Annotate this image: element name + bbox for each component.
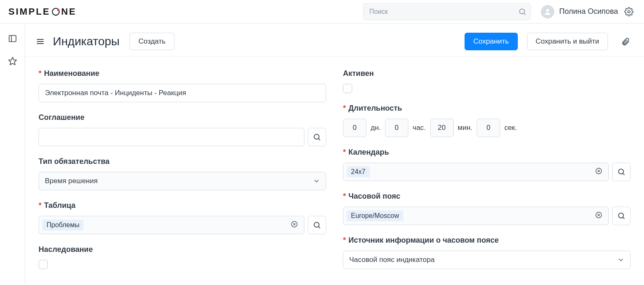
calendar-clear-icon[interactable] <box>595 167 604 176</box>
inheritance-checkbox[interactable] <box>39 260 48 269</box>
commitment-type-label: Тип обязательства <box>39 157 109 166</box>
agreement-input[interactable] <box>39 128 304 146</box>
calendar-chip: 24x7 <box>347 166 370 177</box>
svg-line-3 <box>524 13 526 15</box>
svg-line-13 <box>319 139 320 140</box>
duration-minutes[interactable] <box>430 119 454 137</box>
field-name: *Наименование <box>39 69 326 102</box>
logo: SIMPLE NE <box>8 6 76 17</box>
duration-hours-unit: час. <box>413 124 426 132</box>
field-tz-source: *Источник информации о часовом поясе Час… <box>343 236 631 269</box>
timezone-label: Часовой пояс <box>348 192 400 201</box>
field-timezone: *Часовой пояс Europe/Moscow <box>343 192 631 225</box>
svg-point-2 <box>519 9 525 14</box>
active-checkbox[interactable] <box>343 84 352 93</box>
svg-point-27 <box>618 213 623 218</box>
chevron-down-icon <box>617 256 625 264</box>
create-button[interactable]: Создать <box>130 33 174 50</box>
timezone-lookup-button[interactable] <box>612 207 631 225</box>
chevron-down-icon <box>313 177 320 185</box>
timezone-input[interactable]: Europe/Moscow <box>343 207 609 225</box>
panel-icon[interactable] <box>8 34 18 44</box>
timezone-clear-icon[interactable] <box>595 211 604 220</box>
calendar-lookup-button[interactable] <box>612 163 631 181</box>
avatar <box>541 5 554 18</box>
svg-marker-8 <box>8 57 16 65</box>
left-rail <box>0 23 25 285</box>
form: *Наименование Соглашение Тип обязательст… <box>25 57 644 285</box>
commitment-type-select[interactable]: Время решения <box>39 172 326 190</box>
page-header: Индикаторы Создать Сохранить Сохранить и… <box>25 23 644 57</box>
duration-hours[interactable] <box>385 119 408 137</box>
save-button[interactable]: Сохранить <box>465 33 517 50</box>
field-commitment-type: Тип обязательства Время решения <box>39 157 326 190</box>
duration-minutes-unit: мин. <box>458 124 473 132</box>
svg-line-23 <box>623 174 625 175</box>
field-duration: *Длительность дн. час. мин. сек. <box>343 104 631 137</box>
svg-rect-6 <box>9 36 16 42</box>
tz-source-select[interactable]: Часовой пояс индикатора <box>343 251 631 269</box>
tz-source-label: Источник информации о часовом поясе <box>348 236 499 245</box>
global-search[interactable] <box>363 3 531 20</box>
active-label: Активен <box>343 69 374 78</box>
duration-label: Длительность <box>348 104 402 113</box>
timezone-chip: Europe/Moscow <box>347 210 403 221</box>
table-clear-icon[interactable] <box>291 220 300 230</box>
commitment-type-value: Время решения <box>45 177 98 185</box>
logo-circle-icon <box>51 7 61 17</box>
table-lookup-button[interactable] <box>308 216 326 234</box>
field-active: Активен <box>343 69 631 93</box>
field-agreement: Соглашение <box>39 113 326 146</box>
calendar-input[interactable]: 24x7 <box>343 163 609 181</box>
table-input[interactable]: Проблемы <box>39 216 304 234</box>
svg-point-12 <box>314 134 319 139</box>
inheritance-label: Наследование <box>39 245 93 254</box>
svg-point-5 <box>628 10 630 13</box>
form-right-column: Активен *Длительность дн. час. мин. сек. <box>343 69 631 269</box>
user-name: Полина Осипова <box>559 7 618 16</box>
agreement-lookup-button[interactable] <box>308 128 326 146</box>
form-left-column: *Наименование Соглашение Тип обязательст… <box>39 69 326 269</box>
field-calendar: *Календарь 24x7 <box>343 148 631 181</box>
duration-seconds[interactable] <box>477 119 500 137</box>
search-icon[interactable] <box>517 6 528 18</box>
star-icon[interactable] <box>8 56 18 66</box>
svg-point-4 <box>546 9 549 12</box>
table-chip: Проблемы <box>42 220 83 231</box>
agreement-label: Соглашение <box>39 113 84 122</box>
duration-days[interactable] <box>343 119 366 137</box>
field-table: *Таблица Проблемы <box>39 201 326 234</box>
svg-point-1 <box>57 9 60 11</box>
duration-seconds-unit: сек. <box>504 124 517 132</box>
tz-source-value: Часовой пояс индикатора <box>349 256 435 264</box>
duration-days-unit: дн. <box>371 124 381 132</box>
user-block[interactable]: Полина Осипова <box>541 5 618 18</box>
save-exit-button[interactable]: Сохранить и выйти <box>527 33 608 50</box>
gear-icon[interactable] <box>624 7 634 17</box>
menu-icon[interactable] <box>34 36 46 47</box>
svg-point-22 <box>618 169 623 174</box>
attachment-icon[interactable] <box>621 36 631 47</box>
topbar: SIMPLE NE Полина Осипова <box>0 0 644 23</box>
svg-line-28 <box>623 218 625 219</box>
name-input[interactable] <box>39 84 326 102</box>
svg-line-18 <box>319 227 320 228</box>
search-input[interactable] <box>363 3 531 20</box>
field-inheritance: Наследование <box>39 245 326 269</box>
page-title: Индикаторы <box>53 35 119 48</box>
calendar-label: Календарь <box>348 148 389 157</box>
svg-point-17 <box>314 222 319 227</box>
table-label: Таблица <box>44 201 75 210</box>
name-label: Наименование <box>44 69 99 78</box>
